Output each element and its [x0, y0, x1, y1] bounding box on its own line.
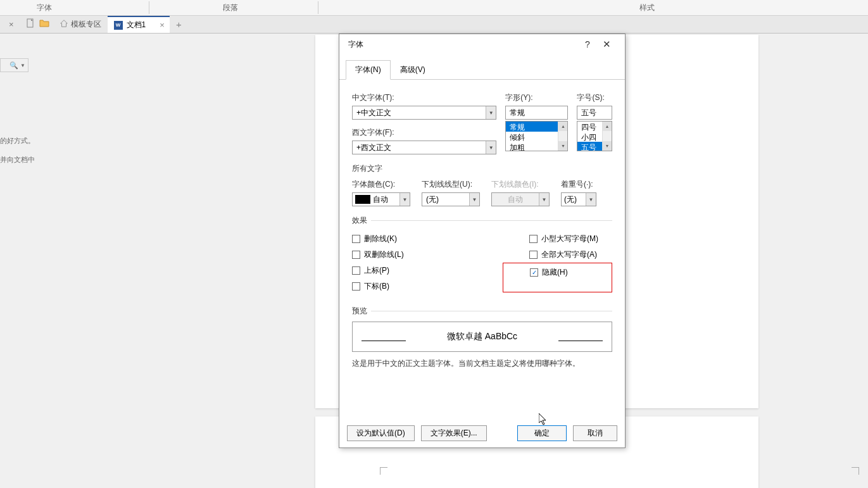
emphasis-select[interactable]: (无) ▼ — [561, 192, 596, 206]
hidden-checkbox[interactable]: ✓ — [530, 268, 538, 277]
cn-font-combo[interactable]: +中文正文 ▼ — [352, 106, 496, 120]
color-value: 自动 — [373, 194, 399, 205]
preview-line — [362, 341, 406, 341]
chevron-down-icon[interactable]: ▼ — [486, 141, 496, 154]
size-value: 五号 — [577, 108, 612, 118]
advanced-tab[interactable]: 高级(V) — [391, 60, 435, 80]
new-doc-icon[interactable] — [25, 18, 35, 30]
word-doc-icon: W — [114, 21, 123, 30]
effects-header: 效果 — [352, 215, 612, 226]
dialog-help-button[interactable]: ? — [578, 39, 597, 49]
hidden-highlight: ✓ 隐藏(H) — [503, 263, 612, 292]
style-option-bold[interactable]: 加粗 — [506, 142, 558, 151]
ribbon-styles-group: 样式 — [639, 3, 655, 13]
close-panel-button[interactable]: × — [1, 20, 22, 29]
dialog-tabs: 字体(N) 高级(V) — [339, 59, 625, 80]
scroll-up-icon[interactable]: ▲ — [603, 122, 612, 131]
size-listbox[interactable]: 四号 小四 五号 ▲ ▼ — [577, 121, 612, 151]
subscript-checkbox[interactable] — [352, 282, 360, 291]
ribbon-divider — [318, 1, 318, 14]
nav-search-field[interactable]: 🔍 ▼ — [0, 58, 28, 72]
ribbon-paragraph-group: 段落 — [223, 3, 238, 13]
chevron-down-icon[interactable]: ▼ — [586, 193, 596, 206]
size-option[interactable]: 四号 — [577, 122, 602, 132]
nav-hint-1: 的好方式。 — [0, 135, 39, 147]
font-color-select[interactable]: 自动 ▼ — [352, 192, 410, 206]
style-listbox[interactable]: 常规 倾斜 加粗 ▲ ▼ — [505, 121, 568, 151]
dialog-button-row: 设为默认值(D) 文字效果(E)... 确定 取消 — [347, 425, 617, 441]
cn-font-label: 中文字体(T): — [352, 92, 496, 103]
chevron-down-icon[interactable]: ▼ — [469, 193, 479, 206]
folder-icon[interactable] — [39, 18, 49, 30]
document-tab-bar: × 模板专区 W 文档1 × + — [0, 16, 868, 34]
underline-color-select: 自动 ▼ — [491, 192, 550, 206]
underline-select[interactable]: (无) ▼ — [422, 192, 480, 206]
chevron-down-icon[interactable]: ▼ — [486, 106, 496, 119]
style-scrollbar[interactable]: ▲ ▼ — [558, 122, 567, 151]
underline-value: (无) — [422, 194, 469, 205]
smallcaps-checkbox[interactable] — [529, 235, 538, 243]
underline-color-value: 自动 — [492, 194, 539, 205]
chevron-down-icon[interactable]: ▼ — [399, 193, 410, 206]
effects-header-label: 效果 — [352, 215, 367, 226]
dialog-body: 中文字体(T): +中文正文 ▼ 西文字体(F): +西文正文 ▼ 字形(Y):… — [339, 80, 625, 375]
all-text-header: 所有文字 — [352, 163, 612, 174]
color-swatch — [355, 195, 370, 204]
page-margin-marker — [380, 467, 387, 475]
en-font-label: 西文字体(F): — [352, 127, 496, 138]
en-font-value: +西文正文 — [353, 142, 486, 153]
en-font-combo[interactable]: +西文正文 ▼ — [352, 141, 496, 154]
dialog-close-button[interactable]: ✕ — [597, 39, 616, 50]
style-input[interactable]: 常规 — [505, 106, 568, 120]
ribbon-divider — [149, 1, 149, 14]
allcaps-checkbox[interactable] — [529, 251, 538, 259]
close-tab-button[interactable]: × — [149, 20, 165, 30]
cancel-button[interactable]: 取消 — [573, 425, 617, 441]
style-option-italic[interactable]: 倾斜 — [506, 132, 558, 142]
dblstrike-checkbox[interactable] — [352, 251, 360, 259]
style-option-regular[interactable]: 常规 — [506, 122, 558, 132]
template-tab[interactable]: 模板专区 — [53, 16, 108, 33]
superscript-checkbox[interactable] — [352, 266, 360, 275]
dblstrike-label: 双删除线(L) — [364, 249, 404, 260]
template-tab-label: 模板专区 — [71, 19, 101, 30]
size-scrollbar[interactable]: ▲ ▼ — [602, 122, 612, 151]
preview-hint: 这是用于中文的正文主题字体。当前文档主题定义将使用哪种字体。 — [352, 358, 612, 369]
scroll-down-icon[interactable]: ▼ — [603, 141, 612, 151]
cn-font-value: +中文正文 — [353, 108, 486, 118]
size-input[interactable]: 五号 — [577, 106, 612, 120]
subscript-label: 下标(B) — [364, 281, 389, 292]
strikethrough-checkbox[interactable] — [352, 235, 360, 243]
hidden-label: 隐藏(H) — [542, 267, 568, 278]
emphasis-label: 着重号(·): — [561, 179, 596, 190]
size-option[interactable]: 小四 — [577, 132, 602, 142]
dblstrike-checkbox-row[interactable]: 双删除线(L) — [352, 247, 529, 263]
page-margin-marker — [852, 467, 859, 475]
preview-header-label: 预览 — [352, 306, 367, 316]
dropdown-icon: ▼ — [20, 63, 25, 68]
strikethrough-checkbox-row[interactable]: 删除线(K) — [352, 231, 529, 247]
smallcaps-checkbox-row[interactable]: 小型大写字母(M) — [529, 231, 612, 247]
dialog-titlebar[interactable]: 字体 ? ✕ — [339, 34, 625, 54]
preview-line — [558, 341, 603, 341]
set-default-button[interactable]: 设为默认值(D) — [347, 425, 415, 441]
document-tab-label: 文档1 — [127, 20, 146, 30]
set-default-label: 设为默认值(D) — [356, 428, 405, 439]
dialog-title: 字体 — [348, 39, 578, 50]
allcaps-checkbox-row[interactable]: 全部大写字母(A) — [529, 247, 612, 263]
hidden-checkbox-row[interactable]: ✓ 隐藏(H) — [530, 265, 609, 280]
scroll-down-icon[interactable]: ▼ — [558, 141, 567, 151]
cancel-label: 取消 — [588, 428, 603, 439]
size-option[interactable]: 五号 — [577, 142, 602, 151]
font-tab[interactable]: 字体(N) — [346, 60, 391, 80]
document-tab[interactable]: W 文档1 × — [108, 16, 170, 33]
allcaps-label: 全部大写字母(A) — [541, 249, 597, 260]
add-tab-button[interactable]: + — [170, 19, 188, 30]
ribbon-group-row: 字体 段落 样式 — [0, 0, 868, 16]
font-tab-label: 字体(N) — [355, 65, 381, 74]
text-effects-button[interactable]: 文字效果(E)... — [421, 425, 487, 441]
chevron-down-icon: ▼ — [539, 193, 549, 206]
color-label: 字体颜色(C): — [352, 179, 410, 190]
scroll-up-icon[interactable]: ▲ — [558, 122, 567, 131]
search-icon: 🔍 — [9, 61, 18, 70]
